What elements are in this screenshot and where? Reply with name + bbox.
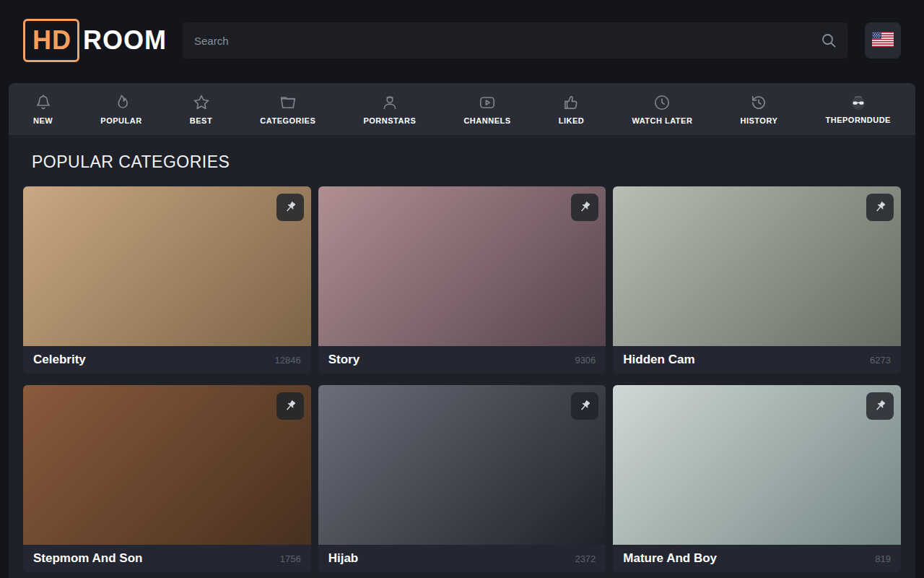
pin-button[interactable] [866, 392, 894, 420]
nav-label: PORNSTARS [363, 116, 416, 125]
nav-label: NEW [33, 116, 53, 125]
language-switcher-button[interactable] [865, 22, 901, 59]
nav-label: CHANNELS [463, 116, 510, 125]
nav-item-categories[interactable]: CATEGORIES [250, 83, 326, 135]
category-title: Story [328, 353, 359, 367]
logo-room-text: ROOM [83, 25, 167, 56]
category-grid: Celebrity 12846 Story 9306 [23, 186, 901, 572]
site-header: HD ROOM [0, 0, 924, 81]
sunglasses-face-icon [850, 94, 867, 111]
nav-item-liked[interactable]: LIKED [549, 83, 595, 135]
search-icon[interactable] [820, 32, 837, 49]
category-card-hijab[interactable]: Hijab 2372 [318, 385, 606, 572]
us-flag-icon [872, 32, 894, 50]
category-count: 12846 [275, 355, 301, 366]
nav-label: POPULAR [100, 116, 141, 125]
search-bar [183, 22, 847, 59]
nav-label: BEST [190, 116, 212, 125]
video-thumbnail-placeholder[interactable] [613, 186, 901, 346]
card-footer: Mature And Boy 819 [613, 545, 901, 572]
nav-item-new[interactable]: NEW [23, 83, 63, 135]
category-title: Hidden Cam [623, 353, 694, 367]
category-card-celebrity[interactable]: Celebrity 12846 [23, 186, 311, 374]
logo-bracket: HD [23, 19, 79, 62]
folder-icon [279, 93, 297, 112]
page-title: POPULAR CATEGORIES [32, 152, 901, 172]
card-footer: Stepmom And Son 1756 [23, 545, 311, 572]
nav-item-channels[interactable]: CHANNELS [453, 83, 520, 135]
person-icon [380, 93, 399, 112]
nav-label: HISTORY [741, 116, 778, 125]
logo-hd-text: HD [32, 25, 71, 55]
nav-item-history[interactable]: HISTORY [731, 83, 788, 135]
category-card-mature-and-boy[interactable]: Mature And Boy 819 [613, 385, 901, 572]
content-area: POPULAR CATEGORIES Celebrity 12846 [9, 135, 915, 578]
category-card-story[interactable]: Story 9306 [318, 186, 606, 374]
pin-button[interactable] [866, 194, 894, 221]
nav-label: CATEGORIES [260, 116, 315, 125]
card-footer: Story 9306 [318, 346, 606, 374]
video-thumbnail-placeholder[interactable] [613, 385, 901, 545]
pin-button[interactable] [571, 194, 598, 221]
category-title: Celebrity [33, 353, 86, 367]
search-input[interactable] [183, 22, 847, 59]
video-thumbnail-placeholder[interactable] [318, 186, 606, 346]
nav-label: LIKED [559, 116, 585, 125]
bell-icon [34, 93, 53, 112]
nav-label: THEPORNDUDE [826, 116, 891, 124]
card-footer: Hijab 2372 [318, 545, 606, 572]
pin-button[interactable] [276, 392, 304, 420]
category-count: 1756 [280, 553, 301, 564]
video-thumbnail-placeholder[interactable] [23, 186, 311, 346]
category-title: Stepmom And Son [33, 551, 142, 566]
main-navigation: NEW POPULAR BEST [9, 83, 915, 135]
category-count: 9306 [575, 355, 596, 366]
thumbs-up-icon [562, 93, 580, 112]
star-icon [192, 93, 211, 112]
video-thumbnail-placeholder[interactable] [23, 385, 311, 545]
category-count: 2372 [575, 553, 596, 564]
nav-item-pornstars[interactable]: PORNSTARS [353, 83, 426, 135]
nav-label: WATCH LATER [632, 116, 692, 125]
flame-icon [112, 93, 131, 112]
pin-button[interactable] [276, 194, 304, 221]
video-thumbnail-placeholder[interactable] [318, 385, 606, 545]
history-icon [749, 93, 768, 112]
category-title: Mature And Boy [623, 551, 717, 566]
category-title: Hijab [328, 551, 359, 566]
nav-item-watch-later[interactable]: WATCH LATER [622, 83, 702, 135]
clock-icon [653, 93, 671, 112]
card-footer: Celebrity 12846 [23, 346, 311, 374]
category-count: 6273 [870, 355, 891, 366]
play-icon [478, 93, 497, 112]
category-card-stepmom-and-son[interactable]: Stepmom And Son 1756 [23, 385, 311, 572]
main-panel: NEW POPULAR BEST [9, 83, 915, 578]
category-count: 819 [875, 553, 891, 564]
category-card-hidden-cam[interactable]: Hidden Cam 6273 [613, 186, 901, 374]
card-footer: Hidden Cam 6273 [613, 346, 901, 374]
nav-item-best[interactable]: BEST [180, 83, 222, 135]
nav-item-popular[interactable]: POPULAR [90, 83, 152, 135]
nav-item-theporndude[interactable]: THEPORNDUDE [816, 83, 901, 135]
pin-button[interactable] [571, 392, 598, 420]
site-logo[interactable]: HD ROOM [23, 19, 167, 62]
